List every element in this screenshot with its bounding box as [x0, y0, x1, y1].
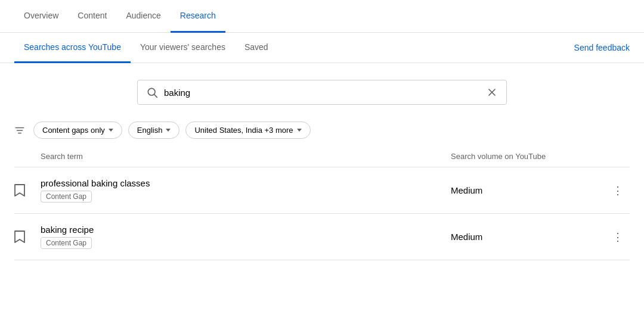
bookmark-col	[14, 184, 41, 197]
more-options-icon[interactable]: ⋮	[612, 231, 624, 244]
column-header-search-volume: Search volume on YouTube	[451, 152, 606, 161]
sub-nav: Searches across YouTube Your viewers' se…	[0, 33, 644, 63]
filter-content-gaps-label: Content gaps only	[42, 126, 105, 135]
filter-content-gaps[interactable]: Content gaps only	[33, 122, 122, 139]
filters-section: Content gaps only English United States,…	[0, 117, 644, 146]
content-gap-badge: Content Gap	[41, 237, 92, 249]
sub-tab-viewers-searches[interactable]: Your viewers' searches	[131, 33, 235, 63]
send-feedback-button[interactable]: Send feedback	[574, 33, 630, 62]
chevron-down-icon	[166, 129, 171, 132]
tab-overview[interactable]: Overview	[14, 0, 68, 33]
table-header: Search term Search volume on YouTube	[14, 146, 630, 167]
top-nav: Overview Content Audience Research	[0, 0, 644, 33]
clear-icon[interactable]	[486, 86, 498, 98]
bookmark-icon[interactable]	[14, 231, 25, 244]
search-bar	[137, 80, 507, 105]
chevron-down-icon	[109, 129, 113, 132]
filter-language[interactable]: English	[128, 122, 180, 139]
tab-audience[interactable]: Audience	[116, 0, 170, 33]
bookmark-col	[14, 231, 41, 244]
svg-line-1	[154, 95, 157, 98]
volume-col: Medium	[451, 185, 606, 195]
term-col: baking recipe Content Gap	[41, 225, 451, 249]
sub-tab-saved[interactable]: Saved	[235, 33, 278, 63]
filter-language-label: English	[137, 126, 163, 135]
bookmark-icon[interactable]	[14, 184, 25, 197]
filter-lines-icon	[14, 125, 25, 136]
chevron-down-icon	[297, 129, 302, 132]
search-term-title: professional baking classes	[41, 178, 451, 188]
content-gap-badge: Content Gap	[41, 191, 92, 203]
search-section	[0, 63, 644, 117]
table-row: professional baking classes Content Gap …	[14, 167, 630, 214]
search-icon	[146, 86, 158, 98]
search-term-title: baking recipe	[41, 225, 451, 235]
row-actions-menu[interactable]: ⋮	[606, 231, 630, 244]
volume-col: Medium	[451, 232, 606, 242]
tab-research[interactable]: Research	[171, 0, 225, 33]
table-row: baking recipe Content Gap Medium ⋮	[14, 214, 630, 260]
term-col: professional baking classes Content Gap	[41, 178, 451, 203]
search-input[interactable]	[164, 88, 486, 98]
more-options-icon[interactable]: ⋮	[612, 184, 624, 197]
filter-location[interactable]: United States, India +3 more	[185, 122, 310, 139]
tab-content[interactable]: Content	[68, 0, 116, 33]
filter-location-label: United States, India +3 more	[194, 126, 293, 135]
results-table: Search term Search volume on YouTube pro…	[0, 146, 644, 260]
row-actions-menu[interactable]: ⋮	[606, 184, 630, 197]
sub-tab-searches-across-youtube[interactable]: Searches across YouTube	[14, 33, 131, 63]
column-header-search-term: Search term	[14, 152, 451, 161]
